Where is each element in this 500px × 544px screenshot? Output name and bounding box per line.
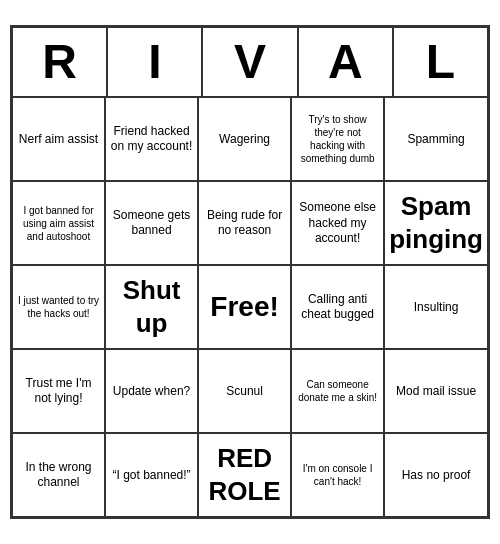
- bingo-cell-2: Wagering: [198, 97, 291, 181]
- bingo-cell-1: Friend hacked on my account!: [105, 97, 198, 181]
- bingo-header: RIVAL: [12, 27, 488, 98]
- bingo-cell-13: Calling anti cheat bugged: [291, 265, 384, 349]
- bingo-cell-18: Can someone donate me a skin!: [291, 349, 384, 433]
- bingo-card: RIVAL Nerf aim assistFriend hacked on my…: [10, 25, 490, 520]
- bingo-cell-0: Nerf aim assist: [12, 97, 105, 181]
- bingo-cell-10: I just wanted to try the hacks out!: [12, 265, 105, 349]
- bingo-grid: Nerf aim assistFriend hacked on my accou…: [12, 97, 488, 517]
- bingo-cell-4: Spamming: [384, 97, 488, 181]
- header-letter-l: L: [393, 27, 488, 98]
- bingo-cell-19: Mod mail issue: [384, 349, 488, 433]
- bingo-cell-21: “I got banned!”: [105, 433, 198, 517]
- bingo-cell-3: Try's to show they're not hacking with s…: [291, 97, 384, 181]
- bingo-cell-22: RED ROLE: [198, 433, 291, 517]
- bingo-cell-7: Being rude for no reason: [198, 181, 291, 265]
- header-letter-a: A: [298, 27, 393, 98]
- bingo-cell-12: Free!: [198, 265, 291, 349]
- bingo-cell-14: Insulting: [384, 265, 488, 349]
- header-letter-v: V: [202, 27, 297, 98]
- bingo-cell-16: Update when?: [105, 349, 198, 433]
- header-letter-r: R: [12, 27, 107, 98]
- header-letter-i: I: [107, 27, 202, 98]
- bingo-cell-11: Shut up: [105, 265, 198, 349]
- bingo-cell-8: Someone else hacked my account!: [291, 181, 384, 265]
- bingo-cell-9: Spam pinging: [384, 181, 488, 265]
- bingo-cell-15: Trust me I'm not lying!: [12, 349, 105, 433]
- bingo-cell-24: Has no proof: [384, 433, 488, 517]
- bingo-cell-6: Someone gets banned: [105, 181, 198, 265]
- bingo-cell-20: In the wrong channel: [12, 433, 105, 517]
- bingo-cell-5: I got banned for using aim assist and au…: [12, 181, 105, 265]
- bingo-cell-17: Scunul: [198, 349, 291, 433]
- bingo-cell-23: I'm on console I can't hack!: [291, 433, 384, 517]
